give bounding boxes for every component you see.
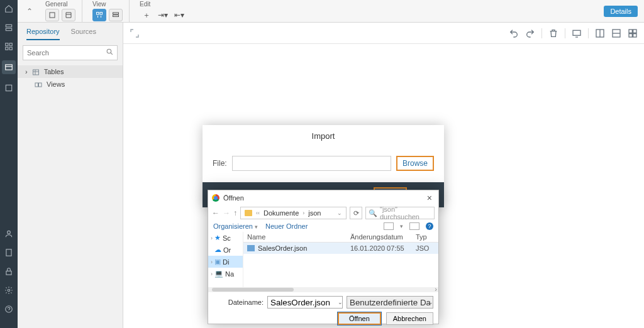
browse-button[interactable]: Browse	[396, 156, 434, 171]
chevron-down-icon[interactable]: ⌄	[428, 299, 433, 305]
tree-node-tables[interactable]: › Tables	[18, 65, 123, 78]
view-mode-icon[interactable]	[384, 222, 394, 230]
file-input[interactable]	[232, 156, 391, 171]
redo-icon[interactable]	[525, 28, 535, 38]
svg-rect-21	[39, 83, 42, 87]
tree-item[interactable]: ›💻Na	[208, 268, 243, 280]
svg-rect-17	[113, 15, 119, 17]
svg-rect-22	[573, 30, 580, 35]
import-button[interactable]: ⇥▾	[156, 9, 170, 21]
side-tabs: Repository Sources	[18, 23, 123, 40]
tab-sources[interactable]: Sources	[71, 28, 96, 40]
search-input[interactable]	[23, 45, 118, 60]
search-icon: 🔍	[369, 209, 377, 217]
file-type: JSO	[416, 244, 435, 252]
details-button[interactable]: Details	[604, 6, 638, 17]
nav-icon-5[interactable]	[4, 83, 14, 93]
screen-icon[interactable]	[572, 28, 582, 38]
expand-icon[interactable]	[130, 28, 140, 38]
svg-rect-5	[9, 47, 12, 50]
forward-icon[interactable]: →	[223, 209, 230, 217]
json-file-icon	[247, 245, 255, 251]
gear-icon[interactable]	[4, 285, 14, 295]
svg-rect-14	[97, 13, 99, 15]
new-folder-button[interactable]: Neuer Ordner	[265, 222, 308, 230]
group-edit-label: Edit	[140, 1, 150, 8]
chevron-right-icon: ›	[25, 68, 28, 75]
preview-icon[interactable]	[409, 222, 419, 230]
header-bar: ⌃ General View Edit ＋ ⇥▾ ⇤▾ Details	[18, 0, 644, 23]
pref-icon[interactable]	[4, 248, 14, 258]
chevron-right-icon: ›	[303, 210, 304, 216]
svg-rect-15	[100, 13, 103, 15]
file-label: File:	[213, 159, 227, 168]
star-icon: ★	[214, 234, 221, 242]
add-button[interactable]: ＋	[140, 9, 153, 21]
crumb-b[interactable]: json	[308, 209, 321, 217]
undo-icon[interactable]	[509, 28, 519, 38]
side-panel: Repository Sources › Tables Views	[18, 23, 123, 328]
layers-icon[interactable]	[4, 23, 14, 33]
list-row[interactable]: SalesOrder.json 16.01.2020 07:55 JSO	[243, 243, 438, 254]
tree-item[interactable]: ›▣Di	[208, 256, 243, 268]
dialog-tree: ›★Sc ›☁Or ›▣Di ›💻Na	[208, 232, 243, 287]
tree-label: Tables	[44, 68, 64, 75]
folder-icon	[245, 210, 252, 216]
col-type[interactable]: Typ	[416, 233, 435, 241]
up-icon[interactable]: ↑	[233, 209, 237, 217]
general-btn-1[interactable]	[45, 9, 59, 21]
refresh-icon[interactable]: ⟳	[350, 207, 362, 219]
chevron-down-icon[interactable]: ▾	[400, 223, 403, 229]
file-list: Name Änderungsdatum Typ SalesOrder.json …	[243, 232, 438, 287]
file-name: SalesOrder.json	[258, 244, 307, 252]
crumb-a[interactable]: Dokumente	[264, 209, 299, 217]
search-icon	[106, 48, 114, 56]
home-icon[interactable]	[4, 4, 14, 14]
delete-icon[interactable]	[548, 28, 558, 38]
folder-icon: ▣	[214, 258, 221, 266]
list-header: Name Änderungsdatum Typ	[243, 232, 438, 243]
view-btn-2[interactable]	[109, 9, 123, 21]
dialog-cancel-button[interactable]: Abbrechen	[386, 312, 433, 325]
grid-icon[interactable]	[4, 41, 14, 52]
svg-rect-19	[33, 70, 38, 75]
tree-item[interactable]: ›★Sc	[208, 232, 243, 244]
svg-rect-20	[35, 83, 38, 87]
organize-button[interactable]: Organisieren ▾	[213, 222, 258, 230]
svg-rect-13	[50, 13, 55, 18]
help-icon[interactable]: ?	[426, 222, 433, 230]
col-name[interactable]: Name	[247, 233, 350, 241]
layout3-icon[interactable]	[628, 28, 638, 38]
breadcrumb[interactable]: ‹‹ Dokumente › json ⌄	[240, 207, 347, 219]
main-toolbar	[123, 23, 644, 44]
data-icon[interactable]	[2, 60, 16, 74]
layout2-icon[interactable]	[611, 28, 621, 38]
help-icon[interactable]	[4, 304, 14, 314]
tab-repository[interactable]: Repository	[26, 28, 60, 40]
chevron-left-icon: ‹‹	[256, 210, 260, 216]
layout1-icon[interactable]	[595, 28, 605, 38]
lock-icon[interactable]	[4, 266, 14, 276]
tree-node-views[interactable]: Views	[18, 78, 123, 90]
open-button[interactable]: Öffnen	[338, 312, 381, 325]
filetype-select[interactable]	[347, 296, 433, 309]
view-btn-1[interactable]	[92, 9, 106, 21]
col-date[interactable]: Änderungsdatum	[350, 233, 416, 241]
export-button[interactable]: ⇤▾	[172, 9, 186, 21]
user-icon[interactable]	[4, 229, 14, 239]
group-general-label: General	[45, 1, 68, 8]
tree-item[interactable]: ›☁Or	[208, 244, 243, 256]
chevron-down-icon[interactable]: ⌄	[338, 299, 343, 305]
svg-point-11	[8, 289, 10, 292]
close-icon[interactable]: ×	[425, 193, 435, 203]
pc-icon: 💻	[214, 270, 223, 278]
import-title: Import	[203, 125, 444, 147]
chevron-down-icon[interactable]: ⌄	[337, 210, 342, 216]
scrollbar[interactable]	[208, 287, 438, 292]
collapse-button[interactable]: ⌃	[24, 6, 35, 17]
back-icon[interactable]: ←	[212, 209, 219, 217]
filename-input[interactable]	[267, 296, 343, 309]
general-btn-2[interactable]	[62, 9, 75, 21]
dialog-title: Öffnen	[223, 194, 244, 202]
search-box[interactable]: 🔍 "json" durchsuchen	[365, 207, 435, 219]
